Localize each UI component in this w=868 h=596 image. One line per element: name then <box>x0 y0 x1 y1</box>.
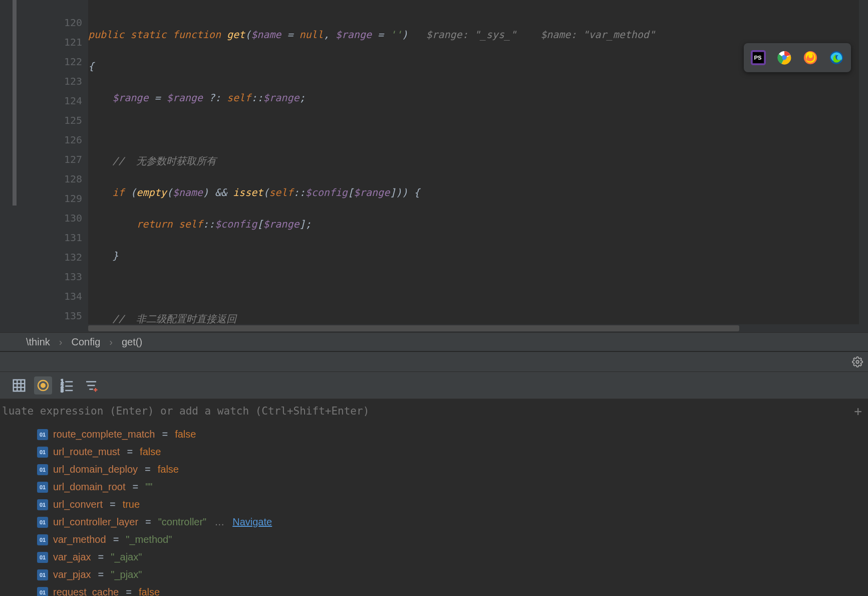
line-number: 125 <box>0 111 88 130</box>
chevron-right-icon: › <box>109 336 113 348</box>
equals-sign: = <box>124 586 134 596</box>
variable-row[interactable]: 01 url_route_must = false <box>37 443 868 461</box>
variable-name: url_domain_root <box>53 481 126 493</box>
add-filter-button[interactable] <box>82 376 100 394</box>
svg-point-0 <box>856 360 859 363</box>
code-line[interactable] <box>88 278 868 297</box>
variable-name: route_complete_match <box>53 429 155 440</box>
line-number: 120 <box>0 13 88 33</box>
variable-name: url_convert <box>53 499 103 510</box>
variable-row[interactable]: 01 var_pjax = "_pjax" <box>37 566 868 583</box>
line-number: 132 <box>0 248 88 267</box>
code-line[interactable] <box>88 120 868 139</box>
line-number: 123 <box>0 72 88 91</box>
variable-row[interactable]: 01 url_convert = true <box>37 496 868 513</box>
breadcrumb-function[interactable]: get() <box>122 336 142 348</box>
line-number: 127 <box>0 150 88 169</box>
equals-sign: = <box>111 534 121 545</box>
variable-value: false <box>175 429 196 440</box>
line-number: 121 <box>0 33 88 52</box>
equals-sign: = <box>96 551 106 563</box>
variable-name: request_cache <box>53 586 119 596</box>
variable-row[interactable]: 01 var_ajax = "_ajax" <box>37 548 868 566</box>
variable-row[interactable]: 01 url_domain_deploy = false <box>37 461 868 478</box>
equals-sign: = <box>143 464 153 475</box>
variable-type-icon: 01 <box>37 464 48 475</box>
variable-row[interactable]: 01 request_cache = false <box>37 583 868 596</box>
firefox-icon[interactable] <box>803 50 818 65</box>
editor-right-strip <box>859 0 868 332</box>
code-editor[interactable]: 120 121 122 123 124 125 126 127 128 129 … <box>0 0 868 332</box>
navigate-link[interactable]: Navigate <box>232 516 272 528</box>
variable-name: var_method <box>53 534 106 545</box>
line-number: 135 <box>0 306 88 326</box>
line-number: 128 <box>0 169 88 189</box>
variable-value: "_pjax" <box>111 569 142 580</box>
variable-value: "controller" <box>158 516 206 528</box>
code-line[interactable]: if (empty($name) && isset(self::$config[… <box>88 183 868 203</box>
equals-sign: = <box>108 499 118 510</box>
horizontal-scrollbar[interactable] <box>88 324 868 332</box>
variable-type-icon: 01 <box>37 587 48 597</box>
variables-panel[interactable]: 01 route_complete_match = false 01 url_r… <box>0 423 868 596</box>
app-dock: PS <box>744 43 851 72</box>
add-watch-icon[interactable]: + <box>854 404 862 419</box>
variable-row[interactable]: 01 route_complete_match = false <box>37 426 868 443</box>
phpstorm-icon[interactable]: PS <box>751 50 766 65</box>
code-line[interactable]: $range = $range ?: self::$range; <box>88 88 868 108</box>
code-line[interactable]: return self::$config[$range]; <box>88 215 868 234</box>
variable-type-icon: 01 <box>37 429 48 440</box>
variable-value: "_ajax" <box>111 551 142 563</box>
variable-name: url_route_must <box>53 446 120 458</box>
variable-row[interactable]: 01 url_domain_root = "" <box>37 478 868 496</box>
list-numbered-button[interactable]: 123 <box>58 376 76 394</box>
evaluate-expression-input[interactable] <box>2 405 868 417</box>
scrollbar-thumb[interactable] <box>88 325 739 331</box>
code-line[interactable]: public static function get($name = null,… <box>88 25 868 45</box>
variable-value: "" <box>145 481 152 493</box>
variable-value: false <box>158 464 179 475</box>
line-numbers: 120 121 122 123 124 125 126 127 128 129 … <box>0 13 88 326</box>
line-number: 134 <box>0 287 88 306</box>
variable-value: false <box>140 446 161 458</box>
breadcrumb-class[interactable]: Config <box>71 336 100 348</box>
chevron-right-icon: › <box>59 336 63 348</box>
gutter: 120 121 122 123 124 125 126 127 128 129 … <box>0 0 88 332</box>
gear-icon[interactable] <box>852 356 863 367</box>
svg-text:3: 3 <box>61 387 64 392</box>
target-view-button[interactable] <box>34 376 52 394</box>
line-number: 126 <box>0 130 88 150</box>
line-number: 131 <box>0 228 88 248</box>
table-view-button[interactable] <box>10 376 28 394</box>
code-line[interactable]: } <box>88 246 868 266</box>
variable-row[interactable]: 01 url_controller_layer = "controller" …… <box>37 513 868 531</box>
variable-type-icon: 01 <box>37 482 48 493</box>
expression-row: + <box>0 399 868 423</box>
svg-point-7 <box>41 383 45 387</box>
equals-sign: = <box>160 429 170 440</box>
edge-icon[interactable] <box>829 50 844 65</box>
variable-type-icon: 01 <box>37 534 48 545</box>
breadcrumb-namespace[interactable]: \think <box>26 336 50 348</box>
variable-type-icon: 01 <box>37 569 48 580</box>
line-number: 122 <box>0 52 88 72</box>
ellipsis: … <box>211 516 227 528</box>
chrome-icon[interactable] <box>777 50 792 65</box>
variable-name: var_ajax <box>53 551 91 563</box>
breadcrumb: \think › Config › get() <box>0 332 868 351</box>
variable-type-icon: 01 <box>37 447 48 458</box>
variable-value: false <box>139 586 160 596</box>
line-number: 133 <box>0 267 88 287</box>
equals-sign: = <box>125 446 135 458</box>
variable-type-icon: 01 <box>37 499 48 510</box>
line-number: 130 <box>0 209 88 228</box>
variable-row[interactable]: 01 var_method = "_method" <box>37 531 868 548</box>
equals-sign: = <box>96 569 106 580</box>
debug-toolbar: 123 <box>0 371 868 399</box>
code-line[interactable]: // 无参数时获取所有 <box>88 151 868 171</box>
svg-text:PS: PS <box>754 55 762 61</box>
variable-name: url_controller_layer <box>53 516 138 528</box>
line-number: 129 <box>0 189 88 209</box>
variable-name: url_domain_deploy <box>53 464 138 475</box>
equals-sign: = <box>143 516 153 528</box>
